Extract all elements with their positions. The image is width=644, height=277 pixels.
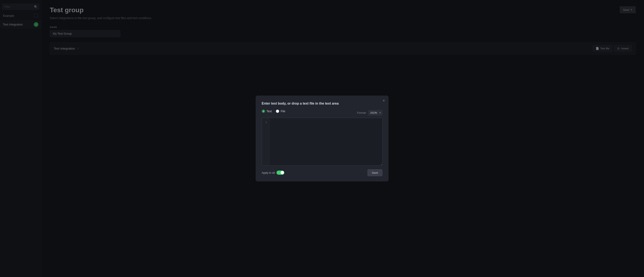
apply-label: Apply to all [262, 171, 275, 174]
modal-close-button[interactable]: × [383, 99, 385, 102]
modal-overlay: Enter test body, or drop a text file in … [0, 0, 644, 277]
apply-toggle[interactable] [276, 170, 284, 175]
format-row: Format: JSON XML Text ▼ [357, 110, 382, 115]
modal-footer: Apply to all Save [262, 169, 382, 176]
line-numbers: 1 [262, 118, 270, 165]
radio-file-option[interactable]: File [276, 110, 286, 113]
textarea-wrapper: 1 [262, 118, 382, 166]
radio-row: Text File [262, 110, 286, 113]
format-label: Format: [357, 111, 366, 114]
apply-row: Apply to all [262, 170, 284, 175]
format-select[interactable]: JSON XML Text [368, 110, 382, 115]
modal-title: Enter test body, or drop a text file in … [262, 102, 382, 106]
radio-text-option[interactable]: Text [262, 110, 272, 113]
radio-text-input[interactable] [262, 110, 265, 113]
radio-format-row: Text File Format: JSON XML Text ▼ [262, 110, 382, 116]
code-textarea[interactable] [270, 118, 382, 165]
radio-file-input[interactable] [276, 110, 279, 113]
modal: Enter test body, or drop a text file in … [256, 96, 388, 181]
modal-save-button[interactable]: Save [368, 169, 382, 176]
